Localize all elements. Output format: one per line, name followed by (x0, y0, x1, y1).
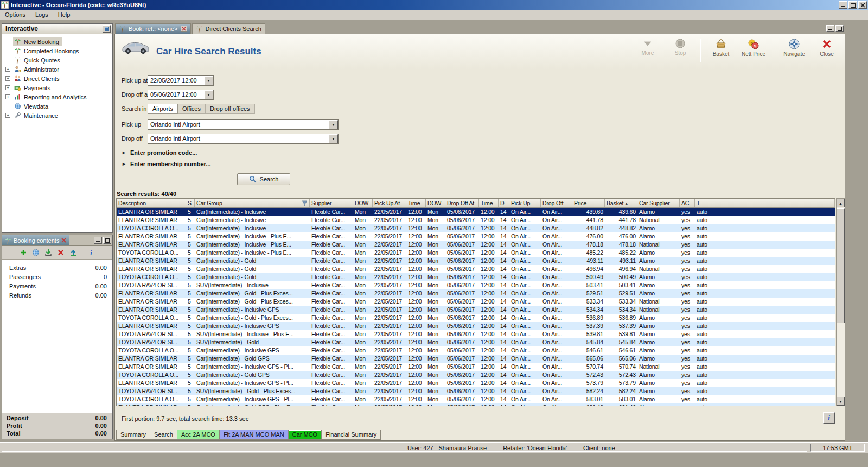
table-row[interactable]: TOYOTA RAV4 OR SI...5SUV(Intermediate) -… (117, 338, 835, 346)
doc-tab-book-ref-none[interactable]: Book. ref.: <none> (115, 23, 191, 34)
column-header-s[interactable]: S (186, 199, 195, 207)
menu-logs[interactable]: Logs (30, 10, 53, 19)
booking-row-payments[interactable]: Payments0.00 (2, 281, 112, 291)
column-header-price[interactable]: Price (572, 199, 605, 207)
table-row[interactable]: ELANTRA OR SIMILAR5Car(Intermediate) - G… (117, 257, 835, 265)
column-header-time[interactable]: Time (479, 199, 499, 207)
chevron-down-icon[interactable]: ▼ (329, 134, 338, 143)
navigate-button[interactable]: Navigate (782, 37, 807, 57)
table-row[interactable]: ELANTRA OR SIMILAR5Car(Intermediate) - I… (117, 232, 835, 241)
scroll-down-button[interactable]: ▼ (837, 397, 845, 406)
table-row[interactable]: TOYOTA COROLLA O...5Car(Intermediate) - … (117, 395, 835, 403)
column-header-dow[interactable]: DOW (353, 199, 373, 207)
expand-plus-icon[interactable]: + (5, 85, 10, 90)
column-header-basket[interactable]: Basket▲ (605, 199, 637, 207)
sidebar-item-administrator[interactable]: +Administrator (2, 65, 112, 74)
expand-plus-icon[interactable]: + (5, 113, 10, 118)
import-button[interactable] (44, 249, 52, 256)
maximize-button[interactable] (848, 1, 857, 9)
sidebar-item-payments[interactable]: +Payments (2, 83, 112, 92)
table-row[interactable]: TOYOTA COROLLA O...5Car(Intermediate) - … (117, 346, 835, 355)
booking-restore-button[interactable] (103, 237, 111, 244)
chevron-down-icon[interactable]: ▼ (204, 76, 213, 85)
chevron-down-icon[interactable]: ▼ (204, 90, 213, 99)
add-button[interactable] (20, 249, 27, 256)
pickup-location-combobox[interactable]: Orlando Intl Airport ▼ (148, 119, 339, 130)
table-row[interactable]: ELANTRA OR SIMILAR5Car(Intermediate) - G… (117, 289, 835, 298)
column-header-t[interactable]: T (695, 199, 712, 207)
booking-minimize-button[interactable] (94, 237, 102, 244)
promotion-code-expander[interactable]: ► Enter promotion code... (122, 149, 197, 156)
delete-button[interactable] (57, 249, 65, 256)
table-row[interactable]: ELANTRA OR SIMILAR5Car(Intermediate) - I… (117, 363, 835, 371)
dropoff-at-combobox[interactable]: 05/06/2017 12:00 ▼ (148, 90, 214, 100)
booking-row-refunds[interactable]: Refunds0.00 (2, 291, 112, 300)
table-row[interactable]: TOYOTA COROLLA O...5Car(Intermediate) - … (117, 273, 835, 281)
mdi-minimize-button[interactable] (826, 25, 834, 32)
sidebar-item-new-booking[interactable]: New Booking (2, 37, 112, 46)
table-row[interactable]: ELANTRA OR SIMILAR5Car(Intermediate) - I… (117, 208, 835, 216)
expand-plus-icon[interactable]: + (5, 76, 10, 81)
menu-help[interactable]: Help (53, 10, 75, 19)
bottom-tab-acc-2a-mco[interactable]: Acc 2A MCO (177, 430, 220, 440)
mdi-restore-button[interactable] (835, 25, 844, 32)
search-in-tab-offices[interactable]: Offices (178, 104, 206, 114)
table-row[interactable]: ELANTRA OR SIMILAR5Car(Intermediate) - I… (117, 379, 835, 387)
doc-tab-direct-clients-search[interactable]: Direct Clients Search (192, 23, 265, 34)
table-row[interactable]: ELANTRA OR SIMILAR5Car(Intermediate) - I… (117, 306, 835, 314)
column-header-ac[interactable]: AC (680, 199, 695, 207)
table-row[interactable]: TOYOTA COROLLA O...5Car(Intermediate) - … (117, 249, 835, 257)
membership-number-expander[interactable]: ► Enter membership number... (122, 161, 210, 167)
column-header-description[interactable]: Description (117, 199, 186, 207)
column-header-d[interactable]: D (499, 199, 509, 207)
expand-plus-icon[interactable]: + (5, 94, 10, 99)
nett-price-button[interactable]: $$Nett Price (741, 37, 766, 57)
menu-options[interactable]: Options (0, 10, 30, 19)
table-row[interactable]: TOYOTA RAV4 OR SI...5SUV(Intermediate) -… (117, 387, 835, 395)
minimize-button[interactable] (839, 1, 847, 9)
table-row[interactable]: TOYOTA COROLLA O...5Car(Intermediate) - … (117, 224, 835, 232)
booking-contents-tab[interactable]: Booking contents (2, 235, 69, 245)
table-row[interactable]: ELANTRA OR SIMILAR5Car(Intermediate) - G… (117, 403, 835, 406)
close-window-button[interactable] (858, 1, 867, 9)
bottom-tab-summary[interactable]: Summary (116, 430, 150, 440)
sidebar-item-completed-bookings[interactable]: Completed Bookings (2, 46, 112, 55)
scroll-up-button[interactable]: ▲ (837, 199, 845, 207)
booking-row-passengers[interactable]: Passengers0 (2, 272, 112, 281)
sidebar-item-direct-clients[interactable]: +Direct Clients (2, 74, 112, 83)
table-row[interactable]: TOYOTA COROLLA O...5Car(Intermediate) - … (117, 314, 835, 322)
table-row[interactable]: ELANTRA OR SIMILAR5Car(Intermediate) - I… (117, 241, 835, 249)
column-header-pick-up-at[interactable]: Pick Up At (373, 199, 406, 207)
sidebar-item-reporting-and-analytics[interactable]: +Reporting and Analytics (2, 92, 112, 102)
column-header-car-supplier[interactable]: Car Supplier (637, 199, 680, 207)
sidebar-item-viewdata[interactable]: Viewdata (2, 102, 112, 111)
column-header-time[interactable]: Time (406, 199, 426, 207)
expand-plus-icon[interactable]: + (5, 67, 10, 72)
search-button[interactable]: Search (237, 173, 290, 185)
bottom-tab-car-mco[interactable]: Car MCO (289, 430, 322, 440)
table-row[interactable]: ELANTRA OR SIMILAR5Car(Intermediate) - G… (117, 298, 835, 306)
info-button[interactable]: i (823, 412, 835, 424)
column-header-drop-off-at[interactable]: Drop Off At (445, 199, 479, 207)
pickup-at-combobox[interactable]: 22/05/2017 12:00 ▼ (148, 75, 214, 86)
basket-button[interactable]: Basket (709, 37, 733, 57)
search-in-tab-drop-off-offices[interactable]: Drop off offices (206, 104, 255, 114)
collapse-panel-button[interactable] (103, 25, 111, 33)
info-button[interactable]: i (87, 249, 95, 256)
table-row[interactable]: TOYOTA COROLLA O...5Car(Intermediate) - … (117, 371, 835, 379)
export-button[interactable] (69, 249, 77, 256)
dropoff-location-combobox[interactable]: Orlando Intl Airport ▼ (148, 134, 339, 144)
table-row[interactable]: ELANTRA OR SIMILAR5Car(Intermediate) - I… (117, 322, 835, 330)
chevron-down-icon[interactable]: ▼ (329, 120, 338, 129)
close-booking-tab-icon[interactable] (61, 238, 66, 243)
column-header-drop-off[interactable]: Drop Off (541, 199, 572, 207)
column-header-supplier[interactable]: Supplier (310, 199, 353, 207)
table-row[interactable]: ELANTRA OR SIMILAR5Car(Intermediate) - G… (117, 265, 835, 273)
column-header-pick-up[interactable]: Pick Up (509, 199, 541, 207)
table-row[interactable]: ELANTRA OR SIMILAR5Car(Intermediate) - I… (117, 216, 835, 224)
table-scrollbar[interactable]: ▲ ▼ (836, 198, 845, 406)
bottom-tab-financial-summary[interactable]: Financial Summary (322, 430, 381, 440)
table-row[interactable]: ELANTRA OR SIMILAR5Car(Intermediate) - G… (117, 355, 835, 363)
world-button[interactable] (32, 249, 40, 256)
search-in-tab-airports[interactable]: Airports (148, 104, 178, 114)
